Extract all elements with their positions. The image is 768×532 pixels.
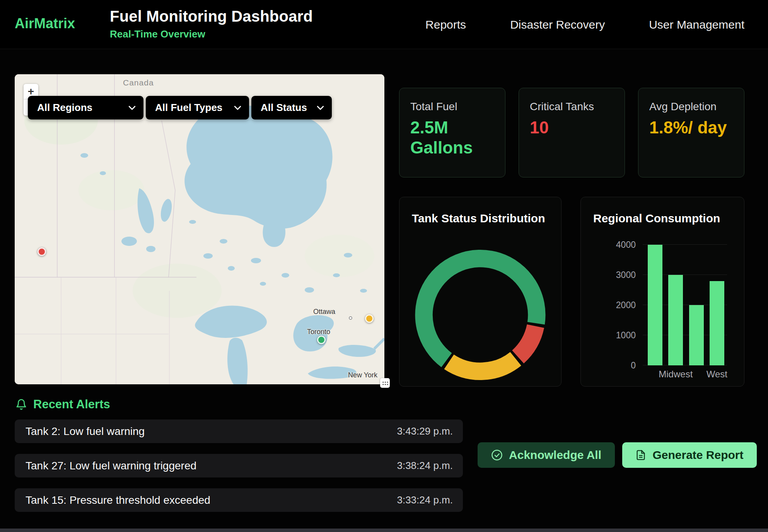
- ottawa-city-dot-icon: [349, 316, 352, 320]
- alerts-header: Recent Alerts: [15, 397, 110, 411]
- chart-title: Tank Status Distribution: [412, 212, 545, 225]
- stat-card-total-fuel: Total Fuel 2.5M Gallons: [399, 88, 505, 177]
- status-filter-label: All Status: [261, 102, 307, 114]
- window-footer-strip: [0, 529, 768, 532]
- map-filter-bar: All Regions All Fuel Types All Status: [28, 96, 332, 119]
- bar-chart-y-axis: 01000200030004000: [581, 245, 636, 365]
- chart-title: Regional Consumption: [593, 212, 720, 225]
- stats-row: Total Fuel 2.5M Gallons Critical Tanks 1…: [399, 88, 744, 177]
- map-label-toronto: Toronto: [307, 328, 330, 336]
- generate-report-button[interactable]: Generate Report: [622, 442, 757, 468]
- donut-segment-warning: [449, 359, 516, 371]
- acknowledge-all-button[interactable]: Acknowledge All: [478, 442, 615, 468]
- hudson-bay-water: [184, 106, 332, 228]
- alert-time: 3:43:29 p.m.: [397, 425, 453, 437]
- map-label-canada: Canada: [123, 78, 154, 87]
- regional-consumption-bar-chart: [643, 245, 727, 365]
- chevron-down-icon: [234, 106, 241, 110]
- alert-text: Tank 15: Pressure threshold exceeded: [26, 494, 210, 506]
- tank-status-donut-chart: [414, 248, 547, 382]
- status-filter-dropdown[interactable]: All Status: [251, 96, 332, 119]
- stat-value: 1.8%/ day: [649, 118, 733, 138]
- title-block: Fuel Monitoring Dashboard Real-Time Over…: [110, 8, 313, 40]
- nav-item-reports[interactable]: Reports: [425, 18, 466, 31]
- nav-item-user-management[interactable]: User Management: [649, 18, 744, 31]
- nav-item-disaster-recovery[interactable]: Disaster Recovery: [510, 18, 605, 31]
- brand-logo: AirMatrix: [15, 15, 75, 32]
- alert-row[interactable]: Tank 27: Low fuel warning triggered 3:38…: [15, 454, 463, 477]
- fuel-types-filter-dropdown[interactable]: All Fuel Types: [146, 96, 249, 119]
- regions-filter-label: All Regions: [37, 102, 92, 114]
- regional-consumption-chart-card: Regional Consumption 01000200030004000 M…: [580, 197, 744, 387]
- x-tick-label: West: [707, 369, 727, 380]
- alert-text: Tank 2: Low fuel warning: [26, 425, 145, 438]
- fuel-map[interactable]: + − All Regions All Fuel Types All Statu…: [15, 74, 384, 384]
- acknowledge-all-label: Acknowledge All: [509, 448, 601, 462]
- page-subtitle: Real-Time Overview: [110, 28, 313, 40]
- map-marker-warning[interactable]: [365, 314, 374, 323]
- y-tick-label: 3000: [616, 270, 636, 280]
- alert-time: 3:38:24 p.m.: [397, 460, 453, 472]
- map-canvas: [15, 74, 384, 384]
- page-title: Fuel Monitoring Dashboard: [110, 8, 313, 25]
- map-marker-normal[interactable]: [317, 336, 326, 344]
- map-resize-handle[interactable]: [380, 378, 390, 388]
- y-tick-label: 0: [631, 360, 636, 371]
- generate-report-label: Generate Report: [652, 448, 743, 462]
- alert-text: Tank 27: Low fuel warning triggered: [26, 460, 196, 472]
- alerts-title: Recent Alerts: [33, 397, 110, 411]
- stat-label: Avg Depletion: [649, 101, 733, 113]
- y-tick-label: 1000: [616, 330, 636, 341]
- stat-value: 10: [530, 118, 614, 138]
- stat-label: Critical Tanks: [530, 101, 614, 113]
- x-tick-label: Midwest: [659, 369, 693, 380]
- bar-2: [689, 305, 704, 365]
- alert-row[interactable]: Tank 2: Low fuel warning 3:43:29 p.m.: [15, 419, 463, 443]
- map-label-ottawa: Ottawa: [313, 308, 335, 316]
- alert-time: 3:33:24 p.m.: [397, 494, 453, 506]
- stat-value: 2.5M Gallons: [410, 118, 494, 158]
- tank-status-chart-card: Tank Status Distribution: [399, 197, 561, 387]
- bell-icon: [15, 399, 27, 410]
- alert-row[interactable]: Tank 15: Pressure threshold exceeded 3:3…: [15, 488, 463, 512]
- document-icon: [635, 450, 646, 460]
- bar-0: [648, 245, 662, 365]
- y-tick-label: 2000: [616, 300, 636, 310]
- app-header: AirMatrix Fuel Monitoring Dashboard Real…: [0, 0, 768, 49]
- y-tick-label: 4000: [616, 240, 636, 250]
- bar-chart-x-axis: MidwestWest: [643, 369, 727, 381]
- main-nav: Reports Disaster Recovery User Managemen…: [425, 0, 744, 49]
- chevron-down-icon: [317, 106, 324, 110]
- chevron-down-icon: [128, 106, 136, 110]
- stat-card-critical-tanks: Critical Tanks 10: [519, 88, 625, 177]
- fuel-types-filter-label: All Fuel Types: [155, 102, 222, 114]
- map-marker-critical[interactable]: [38, 247, 46, 256]
- stat-label: Total Fuel: [410, 101, 494, 113]
- check-circle-icon: [491, 449, 503, 461]
- regions-filter-dropdown[interactable]: All Regions: [28, 96, 143, 119]
- donut-segment-critical: [518, 326, 536, 357]
- map-label-new-york: New York: [348, 371, 377, 379]
- bar-1: [668, 275, 683, 365]
- grip-dots-icon: [381, 379, 389, 387]
- bar-3: [710, 281, 724, 365]
- stat-card-avg-depletion: Avg Depletion 1.8%/ day: [638, 88, 744, 177]
